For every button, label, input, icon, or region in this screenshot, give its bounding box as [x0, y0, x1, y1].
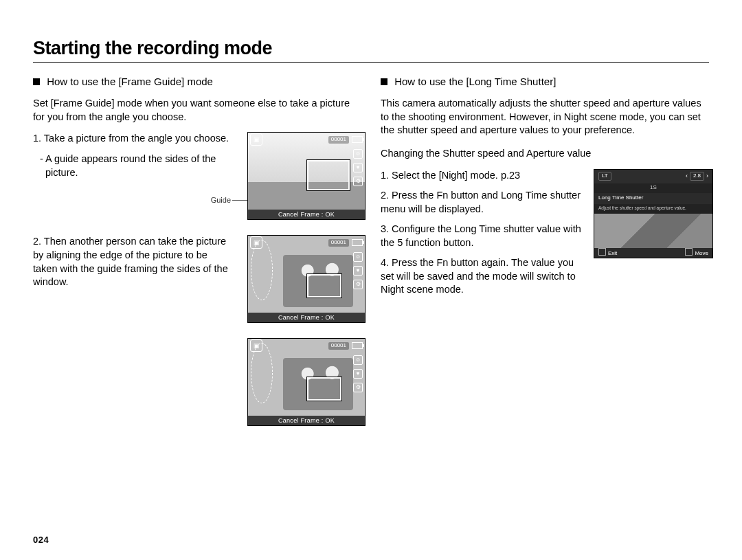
lt-badge: LT	[598, 172, 611, 181]
bullet-square-icon	[33, 78, 40, 85]
lt-move-label: Move	[695, 250, 708, 256]
lt-step4: 4. Press the Fn button again. The value …	[381, 256, 587, 297]
long-time-shutter-heading-text: How to use the [Long Time Shutter]	[394, 76, 556, 87]
frame-guide-heading-text: How to use the [Frame Guide] mode	[47, 76, 213, 87]
lcd-side-icons: ☺♥⚙	[353, 355, 363, 392]
shot-counter: 00001	[328, 239, 349, 247]
exit-icon	[598, 248, 606, 256]
lcd-side-icons: ☺♥⚙	[353, 252, 363, 289]
long-time-shutter-intro: This camera automatically adjusts the sh…	[381, 97, 709, 137]
lt-subheading: Changing the Shutter speed and Aperture …	[381, 147, 709, 161]
lt-shutter-value: 1S	[594, 183, 712, 193]
frame-guide-box	[307, 160, 350, 190]
bullet-square-icon	[381, 78, 387, 85]
guide-dashed-left	[251, 240, 273, 300]
lcd-figure-3: ▣ 00001 ☺♥⚙ Cancel Frame : OK	[247, 338, 366, 426]
lt-aperture-value: 2.8	[690, 172, 704, 181]
frame-guide-step1: 1. Take a picture from the angle you cho…	[33, 132, 232, 146]
shot-counter: 00001	[328, 136, 349, 144]
lcd-figure-2: ▣ 00001 ☺♥⚙ Cancel Frame : OK	[247, 235, 366, 323]
lt-step1: 1. Select the [Night] mode. p.23	[381, 169, 587, 183]
guide-callout-label: Guide	[190, 195, 231, 205]
lcd-bottom-bar: Cancel Frame : OK	[248, 210, 365, 219]
lt-screen-figure: LT ‹ 2.8 › 1S Long Time Shutter Adjust t…	[594, 169, 713, 258]
guide-dashed-left	[251, 343, 273, 403]
battery-icon	[352, 239, 363, 246]
lt-hint-text: Adjust the shutter speed and aperture va…	[594, 204, 712, 214]
frame-guide-box	[307, 274, 341, 298]
battery-icon	[352, 136, 363, 143]
frame-guide-step1-sub: - A guide appears round the sides of the…	[45, 153, 232, 179]
lt-step2: 2. Press the Fn button and Long Time shu…	[381, 189, 587, 216]
lt-aperture-right-arrow-icon: ›	[706, 172, 708, 180]
battery-icon	[352, 342, 363, 349]
move-icon	[685, 248, 693, 256]
long-time-shutter-heading: How to use the [Long Time Shutter]	[381, 75, 709, 89]
page-title: Starting the recording mode	[33, 38, 709, 59]
page-number: 024	[33, 535, 49, 545]
frame-guide-intro: Set [Frame Guide] mode when you want som…	[33, 97, 361, 124]
lt-aperture-left-arrow-icon: ‹	[686, 172, 688, 180]
shot-counter: 00001	[328, 342, 349, 350]
lcd-figure-1: ▣ 00001 ☺♥⚙ Cancel Frame : OK	[247, 132, 366, 220]
frame-guide-step2: 2. Then another person can take the pict…	[33, 235, 232, 289]
lcd-bottom-bar: Cancel Frame : OK	[248, 313, 365, 322]
frame-guide-heading: How to use the [Frame Guide] mode	[33, 75, 361, 89]
lt-step3: 3. Configure the Long Time shutter value…	[381, 223, 587, 249]
lt-menu-label: Long Time Shutter	[594, 193, 712, 204]
frame-guide-box	[307, 377, 341, 401]
lcd-side-icons: ☺♥⚙	[353, 149, 363, 186]
lt-exit-label: Exit	[608, 250, 617, 256]
title-rule	[33, 62, 709, 63]
lcd-bottom-bar: Cancel Frame : OK	[248, 416, 365, 425]
lt-preview	[594, 214, 712, 248]
guide-callout-line	[232, 200, 249, 201]
mode-icon: ▣	[250, 133, 262, 146]
